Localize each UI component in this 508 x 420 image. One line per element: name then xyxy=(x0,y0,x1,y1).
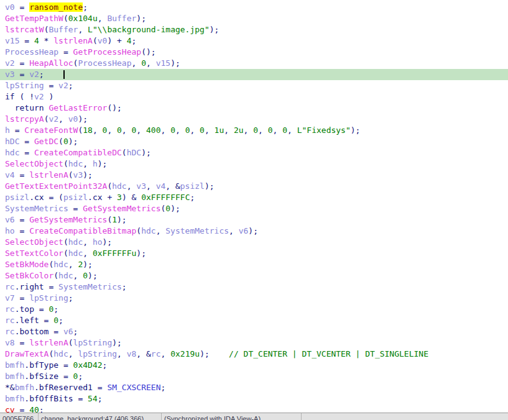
token-literal[interactable]: L"Fixedsys" xyxy=(297,126,351,135)
token-variable[interactable]: bmfh xyxy=(5,394,24,403)
code-line[interactable]: rc.top = 0; xyxy=(0,304,508,315)
code-line[interactable]: return GetLastError(); xyxy=(0,103,508,114)
token-variable[interactable]: v0 xyxy=(5,2,15,12)
token-variable[interactable]: v8 xyxy=(127,349,137,358)
token-variable[interactable]: psizl xyxy=(5,193,29,202)
code-line[interactable]: bmfh.bfSize = 0; xyxy=(0,371,508,382)
token-variable[interactable]: psizl xyxy=(63,193,88,202)
code-line[interactable]: SetTextColor(hdc, 0xFFFFFFu); xyxy=(0,248,508,259)
token-variable[interactable]: rc xyxy=(5,316,15,325)
token-macro[interactable]: SM_CXSCREEN xyxy=(107,383,160,392)
token-function-name[interactable]: CreateCompatibleBitmap xyxy=(29,226,136,235)
token-function-name[interactable]: GetLastError xyxy=(48,103,107,112)
code-line[interactable]: psizl.cx = (psizl.cx + 3) & 0xFFFFFFFC; xyxy=(0,192,508,203)
token-variable[interactable]: SystemMetrics xyxy=(5,204,68,213)
token-variable[interactable]: v2 xyxy=(48,114,58,124)
token-variable[interactable]: hdc xyxy=(141,226,155,235)
token-function-name[interactable]: GetTempPathW xyxy=(5,14,63,23)
token-variable[interactable]: Buffer xyxy=(107,14,136,23)
code-line[interactable]: h = CreateFontW(18, 0, 0, 0, 400, 0, 0, … xyxy=(0,125,508,136)
token-variable[interactable]: hdc xyxy=(53,260,68,269)
token-variable[interactable]: psizl xyxy=(180,181,205,191)
token-literal[interactable]: L"\\background-image.jpg" xyxy=(88,25,210,34)
token-literal[interactable]: 0 xyxy=(253,126,258,135)
token-function-name[interactable]: SetTextColor xyxy=(5,249,63,258)
token-function-name[interactable]: SelectObject xyxy=(5,237,63,247)
token-variable[interactable]: lpString xyxy=(78,349,117,358)
token-variable[interactable]: ho xyxy=(5,226,15,235)
code-line[interactable]: lstrcatW(Buffer, L"\\background-image.jp… xyxy=(0,24,508,35)
token-literal[interactable]: 400 xyxy=(146,126,160,135)
token-function-name[interactable]: GetTextExtentPoint32A xyxy=(5,181,107,191)
token-literal[interactable]: 0 xyxy=(53,316,58,325)
token-variable[interactable]: v6 xyxy=(5,215,15,224)
code-line[interactable]: GetTextExtentPoint32A(hdc, v3, v4, &psiz… xyxy=(0,181,508,192)
code-line[interactable]: SetBkColor(hdc, 0); xyxy=(0,270,508,281)
token-variable[interactable]: v3 xyxy=(5,70,15,79)
token-function-name[interactable]: SelectObject xyxy=(5,159,63,168)
code-line[interactable]: rc.right = SystemMetrics; xyxy=(0,281,508,293)
token-variable[interactable]: v4 xyxy=(156,181,166,191)
token-variable[interactable]: rc xyxy=(5,327,15,336)
token-variable[interactable]: v15 xyxy=(156,58,170,68)
token-variable[interactable]: hdc xyxy=(58,271,73,280)
code-line[interactable]: v7 = lpString; xyxy=(0,293,508,304)
token-variable[interactable]: hDC xyxy=(127,148,141,157)
code-line[interactable]: v0 = ransom_note; xyxy=(0,2,508,13)
code-line[interactable]: ho = CreateCompatibleBitmap(hdc, SystemM… xyxy=(0,226,508,237)
token-literal[interactable]: 0x104u xyxy=(68,14,98,23)
token-function-name[interactable]: lstrlenA xyxy=(29,170,68,180)
code-line[interactable]: if ( !v2 ) xyxy=(0,91,508,103)
token-variable[interactable]: hDC xyxy=(5,137,19,146)
token-function-name[interactable]: lstrlenA xyxy=(53,36,93,45)
code-line[interactable]: v8 = lstrlenA(lpString); xyxy=(0,337,508,349)
token-literal[interactable]: 1u xyxy=(215,126,224,135)
token-literal[interactable]: 0x219u xyxy=(170,349,200,358)
token-literal[interactable]: 3 xyxy=(117,193,122,202)
code-line[interactable]: v6 = GetSystemMetrics(1); xyxy=(0,214,508,226)
token-variable[interactable]: v2 xyxy=(29,70,39,79)
token-variable[interactable]: v4 xyxy=(5,170,15,180)
token-variable[interactable]: hdc xyxy=(68,237,83,247)
token-variable[interactable]: v7 xyxy=(5,293,15,303)
token-variable[interactable]: SystemMetrics xyxy=(165,226,229,235)
code-line[interactable]: hDC = GetDC(0); xyxy=(0,136,508,147)
token-variable[interactable]: ProcessHeap xyxy=(5,47,58,57)
token-variable[interactable]: hdc xyxy=(112,181,126,191)
token-variable[interactable]: bmfh xyxy=(5,360,24,370)
token-literal[interactable]: 0 xyxy=(268,126,273,135)
token-variable[interactable]: v3 xyxy=(136,181,146,191)
token-literal[interactable]: 54 xyxy=(88,394,98,403)
token-variable[interactable]: lpString xyxy=(29,293,68,303)
token-variable[interactable]: v6 xyxy=(239,226,249,235)
code-line[interactable]: DrawTextA(hdc, lpString, v8, &rc, 0x219u… xyxy=(0,349,508,360)
code-line[interactable]: SelectObject(hdc, ho); xyxy=(0,237,508,248)
token-function-name[interactable]: CreateCompatibleDC xyxy=(34,148,122,157)
token-variable[interactable]: Buffer xyxy=(48,25,78,34)
token-variable[interactable]: rc xyxy=(5,282,15,291)
token-variable[interactable]: bmfh xyxy=(15,383,34,392)
token-variable[interactable]: v8 xyxy=(5,338,15,347)
token-literal[interactable]: 0 xyxy=(170,126,175,135)
token-literal[interactable]: 0 xyxy=(282,126,287,135)
code-area[interactable]: v0 = ransom_note;GetTempPathW(0x104u, Bu… xyxy=(0,0,508,414)
token-variable[interactable]: v3 xyxy=(73,170,83,180)
token-variable[interactable]: v2 xyxy=(34,92,44,101)
code-line[interactable]: rc.left = 0; xyxy=(0,315,508,326)
token-function-name[interactable]: lstrcatW xyxy=(5,25,44,34)
code-line[interactable]: bmfh.bfOffBits = 54; xyxy=(0,393,508,404)
token-variable[interactable]: lpString xyxy=(5,81,44,90)
token-variable[interactable]: lpString xyxy=(73,338,113,347)
token-function-name[interactable]: GetSystemMetrics xyxy=(83,204,160,213)
token-function-name[interactable]: DrawTextA xyxy=(5,349,48,358)
token-variable[interactable]: h xyxy=(93,159,98,168)
token-variable[interactable]: ho xyxy=(93,237,103,247)
token-variable[interactable]: v2 xyxy=(58,81,68,90)
code-line[interactable]: v15 = 4 * lstrlenA(v0) + 4; xyxy=(0,35,508,47)
token-literal[interactable]: 4 xyxy=(127,36,132,45)
token-literal[interactable]: 0 xyxy=(117,126,122,135)
token-variable[interactable]: hdc xyxy=(68,249,83,258)
code-line[interactable]: SetBkMode(hdc, 2); xyxy=(0,259,508,270)
token-variable[interactable]: v2 xyxy=(5,58,15,68)
code-line-current[interactable]: v3 = v2; xyxy=(0,69,508,80)
